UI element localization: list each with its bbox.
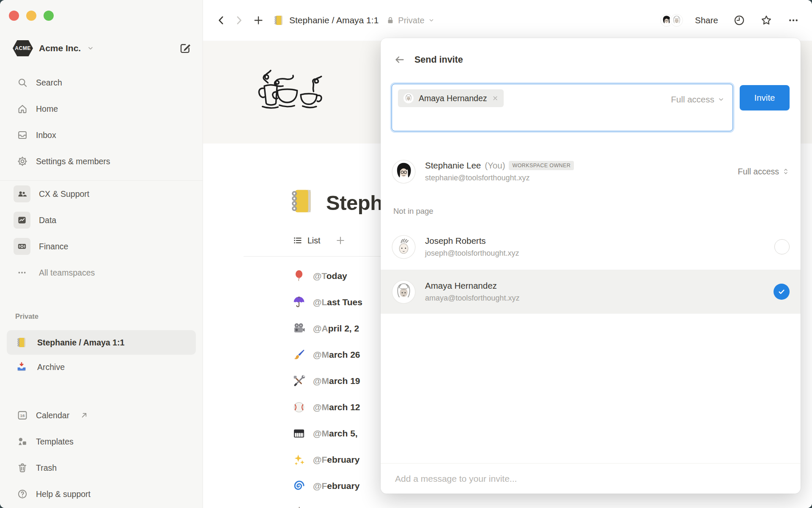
clock-icon[interactable]: [733, 14, 745, 26]
sidebar-item-all-teamspaces[interactable]: All teamspaces: [6, 260, 197, 286]
minimize-window-button[interactable]: [26, 11, 36, 21]
member-info: Stephanie Lee (You) WORKSPACE OWNER step…: [425, 160, 574, 182]
workspace-row: ACME Acme Inc.: [13, 36, 192, 60]
sidebar-item-label: Settings & members: [36, 157, 110, 166]
inbox-icon: [17, 130, 28, 141]
close-window-button[interactable]: [9, 11, 19, 21]
sidebar-item-calendar[interactable]: 16 Calendar: [6, 402, 197, 428]
teamspace-label: All teamspaces: [39, 268, 95, 278]
sidebar-item-settings-members[interactable]: Settings & members: [6, 148, 197, 174]
person-email: joseph@toolsforthought.xyz: [425, 249, 519, 258]
breadcrumb[interactable]: Stephanie / Amaya 1:1: [273, 15, 379, 26]
access-level-value: Full access: [671, 94, 714, 105]
compose-icon[interactable]: [179, 42, 192, 55]
person-email: amaya@toolsforthought.xyz: [425, 294, 519, 303]
recipient-chip[interactable]: Amaya Hernandez: [398, 89, 504, 107]
avatar: [403, 93, 414, 104]
templates-icon: [17, 436, 28, 447]
sidebar-item-archive[interactable]: Archive: [7, 355, 196, 379]
list-item-title: @Today: [313, 271, 347, 281]
workspace-switcher[interactable]: ACME Acme Inc.: [13, 40, 94, 56]
access-level-dropdown[interactable]: Full access: [671, 94, 725, 105]
baseball-icon: [293, 401, 305, 414]
list-item-title: @February: [313, 481, 359, 491]
sidebar-item-home[interactable]: Home: [6, 96, 197, 122]
privacy-dropdown[interactable]: Private: [386, 16, 434, 25]
select-person-radio[interactable]: [774, 239, 790, 254]
footer-label: Trash: [36, 463, 57, 473]
gear-icon: [17, 156, 28, 167]
view-tabs: List: [293, 235, 346, 246]
invite-button[interactable]: Invite: [740, 85, 790, 110]
trash-icon: [17, 462, 28, 473]
chevron-down-icon: [428, 17, 435, 24]
modal-header: Send invite: [394, 54, 463, 65]
sidebar-item-inbox[interactable]: Inbox: [6, 122, 197, 148]
member-name: Stephanie Lee: [425, 160, 481, 171]
boat-icon: [293, 506, 305, 508]
star-icon[interactable]: [760, 14, 772, 26]
sidebar-item-search[interactable]: Search: [6, 69, 197, 96]
window-controls: [9, 11, 54, 21]
workspace-owner-badge: WORKSPACE OWNER: [509, 161, 574, 170]
list-item[interactable]: @February 13, 2024: [293, 499, 812, 508]
ellipsis-icon[interactable]: [787, 14, 799, 26]
sidebar-item-trash[interactable]: Trash: [6, 455, 197, 481]
search-icon: [17, 77, 28, 88]
private-page-label: Archive: [37, 362, 65, 372]
lock-icon: [386, 16, 395, 25]
sidebar-item-label: Home: [36, 104, 58, 114]
new-page-button[interactable]: [253, 15, 264, 26]
svg-text:16: 16: [20, 413, 25, 418]
share-button[interactable]: Share: [695, 15, 718, 25]
sidebar-item-finance[interactable]: Finance: [6, 233, 197, 260]
sidebar-item-data[interactable]: Data: [6, 207, 197, 233]
banknote-icon: [14, 238, 30, 255]
person-row-amaya[interactable]: Amaya Hernandez amaya@toolsforthought.xy…: [381, 270, 801, 314]
sidebar-item-templates[interactable]: Templates: [6, 428, 197, 455]
private-page-label: Stephanie / Amaya 1:1: [37, 338, 124, 348]
collaborator-avatars[interactable]: [659, 13, 684, 28]
forward-button[interactable]: [233, 15, 244, 26]
sidebar-item-cx-support[interactable]: CX & Support: [6, 181, 197, 207]
person-info: Joseph Roberts joseph@toolsforthought.xy…: [425, 236, 519, 258]
close-icon[interactable]: [492, 95, 499, 102]
zoom-window-button[interactable]: [44, 11, 54, 21]
person-row-joseph[interactable]: Joseph Roberts joseph@toolsforthought.xy…: [392, 229, 790, 265]
private-section-header: Private: [15, 312, 38, 320]
sidebar-item-stephanie-amaya-11[interactable]: Stephanie / Amaya 1:1: [7, 330, 196, 355]
avatar: [392, 280, 416, 304]
avatar: [669, 13, 684, 28]
breadcrumb-title: Stephanie / Amaya 1:1: [289, 15, 379, 25]
add-view-button[interactable]: [335, 235, 346, 246]
tab-list[interactable]: List: [293, 235, 320, 246]
select-updown-icon: [782, 168, 790, 175]
teamspace-label: CX & Support: [39, 189, 89, 199]
notebook-icon: [16, 337, 27, 348]
sidebar-item-label: Inbox: [36, 130, 56, 140]
member-row-stephanie[interactable]: Stephanie Lee (You) WORKSPACE OWNER step…: [392, 156, 790, 187]
back-button[interactable]: [216, 15, 227, 26]
dots-icon: [14, 264, 30, 281]
member-you-suffix: (You): [485, 160, 505, 171]
paintbrush-icon: [293, 348, 305, 361]
selected-person-check[interactable]: [774, 284, 790, 300]
page-icon[interactable]: [288, 188, 315, 215]
calendar-icon: 16: [17, 410, 28, 421]
list-item-title: @March 5,: [313, 428, 358, 439]
projector-icon: [293, 322, 305, 335]
invite-row: Amaya Hernandez Full access Invite: [392, 84, 790, 131]
back-arrow-icon[interactable]: [394, 54, 405, 65]
member-access-dropdown[interactable]: Full access: [738, 167, 790, 177]
sparkles-icon: [293, 453, 305, 466]
invite-recipients-input[interactable]: Amaya Hernandez Full access: [392, 84, 733, 131]
workspace-logo: ACME: [13, 40, 33, 56]
sidebar-item-help-support[interactable]: Help & support: [6, 481, 197, 507]
recipient-chip-name: Amaya Hernandez: [419, 94, 487, 103]
footer-label: Templates: [36, 437, 74, 447]
member-access-value: Full access: [738, 167, 779, 177]
home-icon: [17, 103, 28, 114]
person-info: Amaya Hernandez amaya@toolsforthought.xy…: [425, 281, 519, 303]
privacy-label: Private: [398, 16, 424, 25]
invite-message-input[interactable]: Add a message to your invite...: [381, 463, 801, 494]
